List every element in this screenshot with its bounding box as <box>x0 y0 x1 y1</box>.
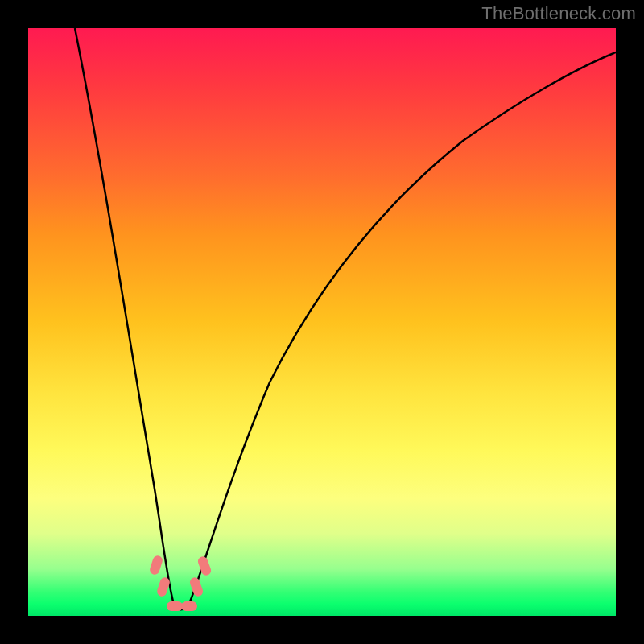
bottleneck-curve-path <box>75 28 616 609</box>
chart-frame: TheBottleneck.com <box>0 0 644 644</box>
curve-marker <box>188 576 204 598</box>
curve-marker <box>149 555 164 576</box>
curve-marker <box>156 576 171 598</box>
watermark-text: TheBottleneck.com <box>481 3 636 24</box>
curve-marker <box>181 601 197 611</box>
curve-svg <box>28 28 616 616</box>
plot-area <box>28 28 616 616</box>
curve-marker <box>196 555 212 577</box>
curve-marker <box>167 601 183 611</box>
